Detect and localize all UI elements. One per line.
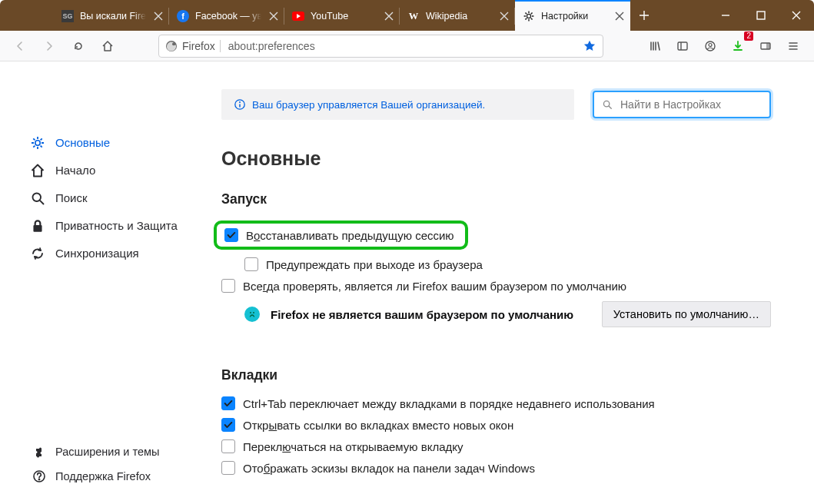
library-button[interactable] (642, 34, 668, 58)
pref-label: Всегда проверять, является ли Firefox ва… (243, 280, 626, 293)
sidebar-item-general[interactable]: Основные (26, 129, 194, 157)
sidebar-item-label: Расширения и темы (55, 446, 159, 459)
close-icon[interactable] (267, 10, 280, 22)
default-browser-status: Firefox не является вашим браузером по у… (271, 308, 573, 321)
pref-restore-session[interactable]: Восстанавливать предыдущую сессию (221, 217, 771, 254)
favicon-facebook: f (177, 10, 189, 22)
new-tab-button[interactable] (630, 0, 658, 31)
preferences-search-input[interactable] (619, 98, 762, 111)
checkbox-unchecked[interactable] (244, 257, 258, 271)
sidebar-item-support[interactable]: Поддержка Firefox (26, 465, 194, 489)
tab-label: Настройки (541, 11, 607, 22)
sidebar-item-sync[interactable]: Синхронизация (26, 240, 194, 267)
downloads-button[interactable]: 2 (725, 34, 751, 58)
sync-icon (29, 246, 46, 261)
separator (220, 40, 221, 52)
downloads-badge: 2 (744, 32, 753, 41)
tab-bar: SG Вы искали Firefo f Facebook — уви You… (0, 0, 814, 31)
window-controls (708, 0, 814, 31)
tab-1[interactable]: f Facebook — уви (169, 0, 284, 31)
enterprise-banner: Ваш браузер управляется Вашей организаци… (221, 89, 574, 120)
sidebar-item-search[interactable]: Поиск (26, 184, 194, 212)
checkbox-unchecked[interactable] (221, 461, 235, 475)
help-icon (31, 469, 48, 483)
info-icon (234, 98, 246, 111)
sidebar-item-label: Поиск (55, 191, 88, 205)
pref-label: Предупреждать при выходе из браузера (266, 258, 483, 271)
preferences-search[interactable] (593, 91, 771, 118)
pref-label: Переключаться на открываемую вкладку (243, 440, 463, 453)
nav-toolbar: Firefox 2 (0, 31, 814, 61)
bookmark-star-icon[interactable] (583, 39, 596, 53)
back-button[interactable] (8, 34, 32, 58)
gear-icon (523, 10, 535, 22)
sidebar-item-label: Начало (55, 164, 95, 177)
default-browser-row: Firefox не является вашим браузером по у… (221, 297, 771, 332)
pref-warn-on-close[interactable]: Предупреждать при выходе из браузера (221, 254, 771, 275)
pref-label: Открывать ссылки во вкладках вместо новы… (243, 419, 513, 432)
tab-3[interactable]: W Wikipedia (400, 0, 515, 31)
reload-button[interactable] (66, 34, 91, 58)
sidebar-item-privacy[interactable]: Приватность и Защита (26, 212, 194, 240)
categories-sidebar: Основные Начало Поиск Приватность и Защи… (0, 61, 194, 504)
sidebar-item-addons[interactable]: Расширения и темы (26, 440, 194, 464)
pref-always-check-default[interactable]: Всегда проверять, является ли Firefox ва… (221, 275, 771, 297)
pref-ctrltab[interactable]: Ctrl+Tab переключает между вкладками в п… (221, 393, 771, 414)
checkbox-checked[interactable] (224, 228, 238, 242)
enterprise-banner-link[interactable]: Ваш браузер управляется Вашей организаци… (252, 99, 485, 111)
set-default-button[interactable]: Установить по умолчанию… (602, 301, 771, 327)
identity-box[interactable]: Firefox (165, 40, 221, 52)
overflow-button[interactable] (753, 34, 779, 58)
close-icon[interactable] (613, 10, 626, 22)
group-title-startup: Запуск (221, 191, 771, 207)
pref-taskbar-thumbs[interactable]: Отображать эскизы вкладок на панели зада… (221, 457, 771, 479)
svg-rect-15 (766, 43, 770, 49)
sidebar-item-home[interactable]: Начало (26, 157, 194, 184)
sidebar-item-label: Поддержка Firefox (55, 470, 151, 483)
puzzle-icon (31, 446, 48, 459)
checkbox-unchecked[interactable] (221, 279, 235, 293)
search-icon (29, 191, 46, 206)
tab-label: YouTube (311, 11, 377, 22)
identity-label: Firefox (182, 40, 215, 52)
pref-label: Отображать эскизы вкладок на панели зада… (243, 462, 535, 475)
tab-4-active[interactable]: Настройки (515, 0, 630, 31)
content-pane: Ваш браузер управляется Вашей организаци… (194, 61, 814, 504)
close-icon[interactable] (152, 10, 164, 22)
tab-label: Вы искали Firefo (80, 11, 146, 22)
pref-label: Ctrl+Tab переключает между вкладками в п… (243, 397, 655, 410)
checkbox-unchecked[interactable] (221, 439, 235, 453)
lock-icon (29, 218, 46, 234)
search-icon (602, 99, 613, 110)
favicon-sg: SG (61, 10, 74, 22)
home-button[interactable] (95, 34, 120, 58)
sidebar-button[interactable] (669, 34, 696, 58)
favicon-wikipedia: W (407, 10, 420, 22)
sidebar-item-label: Синхронизация (55, 247, 139, 260)
sad-face-icon (244, 307, 260, 322)
window-close[interactable] (779, 0, 814, 31)
url-bar[interactable]: Firefox (158, 35, 603, 58)
tab-label: Facebook — уви (195, 11, 261, 22)
sidebar-item-label: Основные (55, 136, 110, 150)
pref-open-in-tabs[interactable]: Открывать ссылки во вкладках вместо новы… (221, 414, 771, 436)
window-minimize[interactable] (708, 0, 743, 31)
checkbox-checked[interactable] (221, 396, 235, 410)
home-icon (29, 163, 46, 178)
group-title-tabs: Вкладки (221, 367, 771, 383)
tab-0[interactable]: SG Вы искали Firefo (54, 0, 169, 31)
close-icon[interactable] (383, 10, 395, 22)
window-maximize[interactable] (743, 0, 779, 31)
account-button[interactable] (697, 34, 723, 58)
page-title: Основные (221, 148, 771, 170)
favicon-youtube (292, 10, 304, 22)
pref-label: Восстанавливать предыдущую сессию (246, 229, 454, 242)
app-menu-button[interactable] (780, 34, 806, 58)
checkbox-checked[interactable] (221, 418, 235, 432)
pref-switch-to-tab[interactable]: Переключаться на открываемую вкладку (221, 436, 771, 457)
forward-button[interactable] (37, 34, 61, 58)
close-icon[interactable] (498, 10, 510, 22)
url-input[interactable] (227, 39, 576, 53)
firefox-logo-icon (165, 40, 178, 52)
tab-2[interactable]: YouTube (284, 0, 400, 31)
